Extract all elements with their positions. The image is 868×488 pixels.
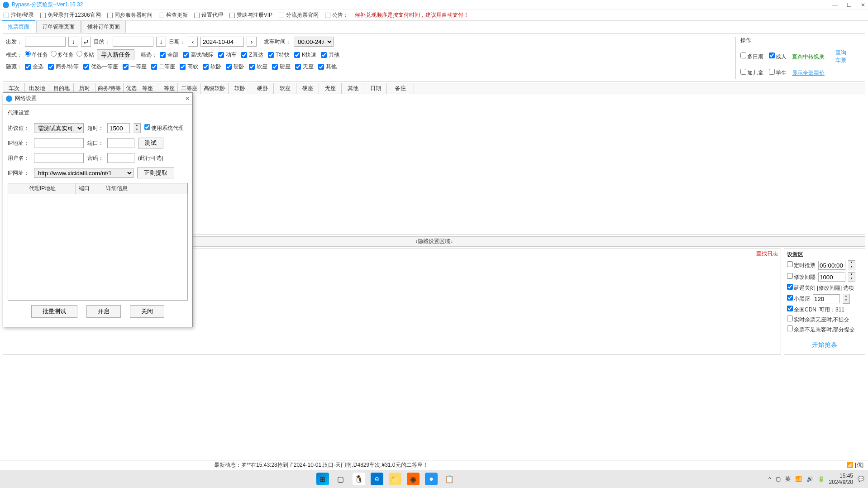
app-icon-1[interactable]: ◉ <box>407 473 420 485</box>
cb-seattype-11[interactable]: 其他 <box>318 63 337 71</box>
cb-seattype-5[interactable]: 高软 <box>180 63 198 71</box>
edge-icon[interactable]: e <box>371 473 383 485</box>
date-prev[interactable]: ‹ <box>188 37 198 47</box>
user-input[interactable] <box>34 153 84 163</box>
menu-website[interactable]: 分流抢票官网 <box>279 11 319 19</box>
menu-logout[interactable]: 注销/登录 <box>4 11 34 19</box>
proxy-col-detail: 详细信息 <box>103 183 187 194</box>
cb-traintype-3[interactable]: Z直达 <box>241 51 263 59</box>
date-next[interactable]: › <box>247 37 257 47</box>
menu-open12306[interactable]: 免登录打开12306官网 <box>40 11 100 19</box>
tab-waitlist[interactable]: 候补订单页面 <box>81 21 126 33</box>
cb-multidate[interactable]: 多日期 <box>740 53 763 61</box>
tray-wifi-icon[interactable]: 📶 <box>795 476 802 482</box>
cb-seattype-7[interactable]: 硬卧 <box>226 63 244 71</box>
tray-clock[interactable]: 15:45 2024/9/20 <box>829 473 853 486</box>
explorer-icon[interactable]: 📁 <box>389 473 401 485</box>
dialog-close-button[interactable]: ✕ <box>185 96 190 102</box>
regex-button[interactable]: 正则提取 <box>137 167 174 178</box>
cb-traintype-2[interactable]: 动车 <box>218 51 237 59</box>
proxy-col-ip: 代理IP地址 <box>26 183 76 194</box>
qq-icon[interactable]: 🐧 <box>353 473 365 485</box>
swap-button[interactable]: ⇄ <box>81 37 91 47</box>
cb-seattype-9[interactable]: 硬座 <box>272 63 291 71</box>
tab-grab[interactable]: 抢票页面 <box>2 20 35 33</box>
cb-seattype-4[interactable]: 二等座 <box>151 63 175 71</box>
hide-label: 隐藏： <box>6 63 22 71</box>
app-icon-2[interactable]: 📋 <box>443 473 456 485</box>
menu-proxy[interactable]: 设置代理 <box>194 11 223 19</box>
cb-traintype-6[interactable]: 其他 <box>321 51 339 59</box>
import-task-button[interactable]: 导入新任务 <box>97 49 134 60</box>
cb-seattype-10[interactable]: 无座 <box>295 63 314 71</box>
cb-seattype-6[interactable]: 软卧 <box>203 63 221 71</box>
cb-partial[interactable]: 余票不足乘客时,部分提交 <box>787 325 855 334</box>
mode-single[interactable]: 单任务 <box>25 51 48 59</box>
close-button[interactable]: ✕ <box>861 2 865 8</box>
pass-input[interactable] <box>107 153 134 163</box>
date-input[interactable] <box>200 37 244 47</box>
dest-input[interactable] <box>113 37 153 47</box>
cb-delay[interactable]: 延迟关闭 [修改间隔] 选项 <box>787 284 854 292</box>
tray-monitor-icon[interactable]: ▢ <box>776 476 781 482</box>
time-select[interactable]: 00:00-24:00 <box>294 37 334 47</box>
close-proxy-button[interactable]: 关闭 <box>130 305 164 318</box>
mode-multistation[interactable]: 多站 <box>76 51 94 59</box>
bypass-icon[interactable]: ● <box>425 473 438 485</box>
test-button[interactable]: 测试 <box>138 138 163 148</box>
ip-input[interactable] <box>34 138 84 148</box>
cb-seattype-0[interactable]: 全选 <box>25 63 43 71</box>
batch-test-button[interactable]: 批量测试 <box>31 305 77 318</box>
cb-traintype-1[interactable]: 高铁/城际 <box>183 51 214 59</box>
dest-dropdown[interactable]: ↓ <box>156 37 166 47</box>
protocol-select[interactable]: 需测试真实可用 <box>34 123 84 133</box>
col-11: 软座 <box>274 83 296 94</box>
tray-battery-icon[interactable]: 🔋 <box>818 476 825 482</box>
cb-timed[interactable]: 定时抢票 <box>787 261 816 269</box>
cb-noseat[interactable]: 实时余票无座时,不提交 <box>787 316 849 324</box>
tray-notification-icon[interactable]: 💬 <box>858 476 864 482</box>
query-button[interactable]: 查询 车票 <box>830 46 852 67</box>
tray-chevron-icon[interactable]: ^ <box>768 476 771 482</box>
timeout-input[interactable] <box>107 123 130 133</box>
cb-seattype-2[interactable]: 优选一等座 <box>83 63 118 71</box>
tab-orders[interactable]: 订单管理页面 <box>36 21 81 33</box>
cb-traintype-4[interactable]: T特快 <box>268 51 290 59</box>
menu-vip[interactable]: 赞助与注册VIP <box>229 11 272 19</box>
cb-cdn[interactable]: 全国CDN <box>787 306 816 314</box>
interval-input[interactable] <box>818 273 845 282</box>
mode-multi[interactable]: 多任务 <box>51 51 74 59</box>
col-13: 无座 <box>319 83 342 94</box>
cb-sysproxy[interactable]: 使用系统代理 <box>144 124 184 132</box>
cb-adult[interactable]: 成人 <box>769 53 787 61</box>
link-showall[interactable]: 显示全部票价 <box>792 69 825 77</box>
cb-traintype-5[interactable]: K快速 <box>294 51 316 59</box>
cb-seattype-1[interactable]: 商务/特等 <box>48 63 79 71</box>
depart-dropdown[interactable]: ↓ <box>68 37 78 47</box>
find-log-link[interactable]: 查找日志 <box>756 250 778 258</box>
cb-seattype-3[interactable]: 一等座 <box>123 63 147 71</box>
filter-label: 筛选： <box>141 51 157 59</box>
port-input[interactable] <box>107 138 134 148</box>
cb-seattype-8[interactable]: 软座 <box>249 63 267 71</box>
menu-checkupdate[interactable]: 检查更新 <box>159 11 188 19</box>
taskview-icon[interactable]: ▢ <box>334 473 347 485</box>
depart-input[interactable] <box>25 37 66 47</box>
tray-ime[interactable]: 英 <box>785 475 791 483</box>
cb-interval[interactable]: 修改间隔 <box>787 273 816 281</box>
link-transfer[interactable]: 查询中转换乘 <box>792 53 825 61</box>
start-button[interactable]: 开始抢票 <box>787 337 862 353</box>
open-button[interactable]: 开启 <box>86 305 121 318</box>
timed-input[interactable] <box>818 261 845 270</box>
cb-traintype-0[interactable]: 全部 <box>160 51 178 59</box>
tray-volume-icon[interactable]: 🔊 <box>806 476 813 482</box>
cb-child[interactable]: 加儿童 <box>740 69 763 77</box>
cb-blackroom[interactable]: 小黑屋 <box>787 295 810 303</box>
maximize-button[interactable]: ☐ <box>847 2 852 8</box>
menu-synctime[interactable]: 同步服务器时间 <box>107 11 153 19</box>
start-icon[interactable]: ⊞ <box>316 473 329 485</box>
minimize-button[interactable]: — <box>832 2 838 8</box>
cb-student[interactable]: 学生 <box>769 69 787 77</box>
blackroom-input[interactable] <box>813 294 840 303</box>
ipurl-select[interactable]: http://www.xicidaili.com/nt/1 <box>34 168 134 178</box>
